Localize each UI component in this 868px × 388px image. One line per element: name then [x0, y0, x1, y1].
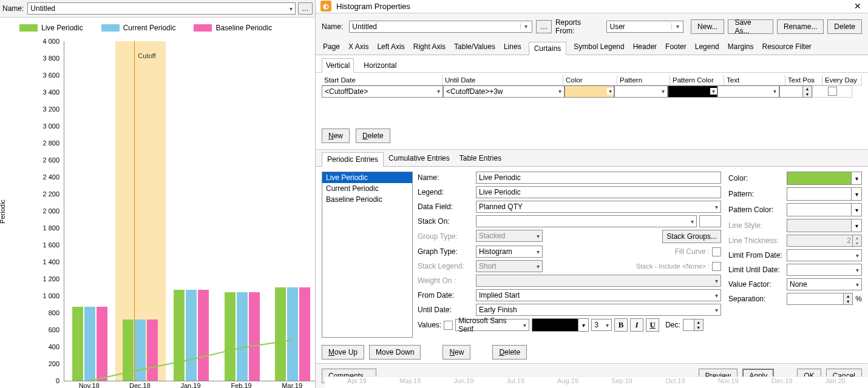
close-icon[interactable]: ✕	[852, 1, 863, 12]
entries-new-button[interactable]: New	[442, 345, 470, 360]
name-more-button[interactable]: …	[298, 2, 313, 15]
fld-name[interactable]: Live Periodic	[476, 172, 721, 184]
stack-groups-button[interactable]: Stack Groups...	[662, 230, 721, 243]
chevron-down-icon: ▾	[537, 233, 540, 239]
cell-color[interactable]: ▾	[565, 85, 614, 98]
fld-datafield-l: Data Field:	[418, 202, 472, 211]
fld-patterncolor-l: Pattern Color:	[728, 206, 783, 214]
fld-stackon-extra[interactable]	[699, 215, 721, 227]
fld-grouptype: Stacked▾	[476, 230, 543, 242]
y-tick-label: 3 200	[42, 105, 59, 113]
bar	[97, 307, 107, 381]
fld-stackon[interactable]: ▾	[476, 215, 697, 227]
cell-until-date-value: <CutoffDate>+3w	[446, 87, 503, 96]
fld-fromdate[interactable]: Implied Start▾	[476, 289, 721, 301]
chevron-down-icon: ▾	[715, 292, 718, 299]
tab-x-axis[interactable]: X Axis	[347, 40, 370, 55]
fld-limituntil[interactable]: ▾	[787, 264, 862, 276]
cell-text[interactable]: ▾	[717, 85, 779, 98]
tab-symbol-legend[interactable]: Symbol Legend	[572, 40, 625, 55]
fld-dec[interactable]: ▲▼	[683, 319, 704, 331]
entries-tab-cumulative-entries[interactable]: Cumulative Entries	[384, 152, 455, 166]
underline-button[interactable]: U	[646, 318, 659, 332]
tab-lines[interactable]: Lines	[503, 40, 523, 55]
bar	[275, 287, 286, 381]
reports-from-dropdown[interactable]: User ▾	[606, 21, 683, 33]
fld-datafield[interactable]: Planned QTY▾	[476, 201, 721, 213]
fld-color[interactable]: ▾	[787, 172, 862, 185]
bold-button[interactable]: B	[614, 318, 628, 332]
delete-button[interactable]: Delete	[827, 19, 862, 34]
entries-tab-table-entries[interactable]: Table Entries	[455, 152, 506, 166]
entries-delete-label: Delete	[499, 348, 520, 356]
tab-resource-filter[interactable]: Resource Filter	[761, 40, 812, 55]
y-tick-label: 2 000	[42, 207, 59, 215]
list-item[interactable]: Live Periodic	[322, 172, 412, 183]
curtain-delete-button[interactable]: Delete	[356, 129, 390, 143]
curtain-new-button[interactable]: New	[322, 129, 350, 143]
reports-from-label: Reports From:	[555, 18, 601, 35]
tab-curtains[interactable]: Curtains	[529, 42, 567, 55]
values-checkbox[interactable]	[444, 321, 453, 330]
fld-limitfrom[interactable]: ▾	[787, 249, 862, 261]
fld-dec-l: Dec:	[665, 321, 680, 329]
y-tick-label: 2 800	[42, 139, 59, 147]
fld-separation-l: Separation:	[728, 295, 783, 303]
tab-page[interactable]: Page	[322, 40, 341, 55]
col-until-date: Until Date	[442, 75, 563, 85]
tab-legend[interactable]: Legend	[694, 40, 721, 55]
move-up-button[interactable]: Move Up	[322, 345, 364, 360]
y-tick-label: 1 600	[42, 241, 59, 249]
entries-list[interactable]: Live PeriodicCurrent PeriodicBaseline Pe…	[322, 172, 413, 338]
x-tick-label: Jan.20	[826, 377, 846, 388]
dlg-name-more-button[interactable]: …	[536, 20, 552, 33]
fld-font-size[interactable]: 3▾	[591, 319, 612, 331]
tab-table-values[interactable]: Table/Values	[453, 40, 497, 55]
rename-button[interactable]: Rename...	[777, 19, 824, 34]
y-tick-label: 4 000	[42, 38, 59, 45]
dialog-title: Histogram Properties	[336, 2, 852, 11]
name-label: Name:	[2, 4, 24, 13]
x-tick-label: Nov.19	[718, 377, 739, 388]
chevron-down-icon: ▾	[537, 249, 540, 255]
subtab-horizontal[interactable]: Horizontal	[360, 59, 400, 72]
fld-graphtype[interactable]: Histogram▾	[476, 246, 543, 258]
y-tick-label: 1 000	[42, 292, 59, 299]
italic-button[interactable]: I	[630, 318, 643, 332]
fld-untildate[interactable]: Early Finish▾	[476, 304, 721, 316]
legend-item: Current Periodic	[101, 24, 176, 32]
col-start-date: Start Date	[322, 75, 442, 85]
new-button[interactable]: New...	[691, 19, 724, 34]
fld-legend[interactable]: Live Periodic	[476, 186, 721, 198]
fld-patterncolor[interactable]: ▾	[787, 203, 862, 216]
subtab-vertical[interactable]: Vertical	[322, 58, 354, 73]
list-item[interactable]: Baseline Periodic	[322, 194, 412, 205]
cell-until-date[interactable]: <CutoffDate>+3w▾	[443, 85, 565, 98]
cell-pattern-color[interactable]: ▾	[668, 85, 717, 98]
tab-right-axis[interactable]: Right Axis	[412, 40, 447, 55]
tab-left-axis[interactable]: Left Axis	[376, 40, 405, 55]
cell-text-pos[interactable]: ▲▼	[779, 85, 812, 98]
fld-pattern[interactable]: ▾	[787, 187, 862, 201]
list-item[interactable]: Current Periodic	[322, 183, 412, 194]
entries-tab-periodic-entries[interactable]: Periodic Entries	[322, 152, 384, 167]
legend-item: Live Periodic	[19, 24, 83, 32]
cutoff-label: Cutoff	[138, 52, 155, 59]
tab-footer[interactable]: Footer	[664, 40, 688, 55]
name-dropdown[interactable]: Untitled ▾	[27, 2, 296, 15]
fld-font-color[interactable]: ▾	[532, 318, 589, 332]
entries-delete-button[interactable]: Delete	[492, 345, 527, 360]
tab-margins[interactable]: Margins	[727, 40, 755, 55]
dlg-name-dropdown[interactable]: Untitled ▾	[349, 21, 532, 33]
move-down-button[interactable]: Move Down	[369, 345, 421, 360]
cell-pattern[interactable]: ▾	[614, 85, 668, 98]
fld-valuefactor[interactable]: None▾	[787, 278, 862, 290]
cell-every-day[interactable]	[812, 85, 852, 98]
tab-header[interactable]: Header	[632, 40, 658, 55]
move-up-label: Move Up	[328, 348, 358, 356]
fld-font[interactable]: Microsoft Sans Serif▾	[455, 319, 529, 331]
cell-start-date[interactable]: <CutoffDate>▾	[322, 85, 443, 98]
chevron-down-icon: ▾	[537, 263, 540, 270]
save-as-button[interactable]: Save As...	[728, 19, 773, 34]
fld-separation[interactable]: ▲▼	[787, 293, 853, 305]
